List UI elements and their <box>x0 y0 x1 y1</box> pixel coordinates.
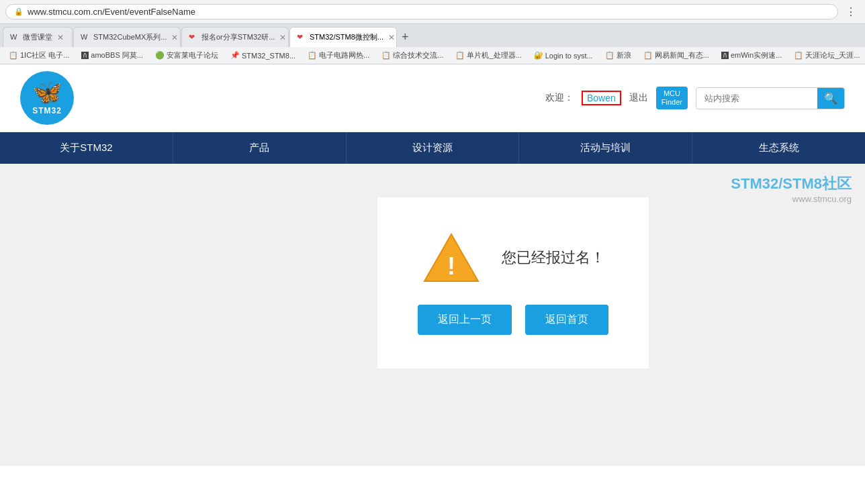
home-button[interactable]: 返回首页 <box>525 305 608 335</box>
website: 🦋 STM32 欢迎： Bowen 退出 MCU Finder 🔍 关于STM3… <box>0 64 865 466</box>
tab-close-active[interactable]: ✕ <box>387 33 396 42</box>
tab-favicon-baoming: ❤ <box>189 33 198 42</box>
nav-design[interactable]: 设计资源 <box>347 132 520 164</box>
nav-products[interactable]: 产品 <box>173 132 347 164</box>
site-logo: 🦋 STM32 <box>20 71 74 125</box>
main-area: STM32/STM8社区 www.stmcu.org ! 您已经报过名！ <box>0 164 865 466</box>
tabs-bar: W 微雪课堂 ✕ W STM32CubeMX系列... ✕ ❤ 报名or分享ST… <box>0 24 865 47</box>
tab-label-weixue: 微雪课堂 <box>23 32 52 42</box>
nav-about[interactable]: 关于STM32 <box>0 132 173 164</box>
tab-close-baoming[interactable]: ✕ <box>278 33 287 42</box>
tab-stm32active[interactable]: ❤ STM32/STM8微控制... ✕ <box>289 27 397 47</box>
butterfly-icon: 🦋 <box>32 81 62 105</box>
bookmark-amobbs[interactable]: 🅰 amoBBS 阿莫... <box>78 49 146 62</box>
site-header: 🦋 STM32 欢迎： Bowen 退出 MCU Finder 🔍 <box>0 64 865 132</box>
bookmark-tianya[interactable]: 📋 天涯论坛_天涯... <box>790 49 863 62</box>
svg-text:!: ! <box>447 252 455 280</box>
logo-circle: 🦋 STM32 <box>20 71 74 125</box>
bookmark-1ic[interactable]: 📋 1IC社区 电子... <box>5 49 73 62</box>
tab-label-baoming: 报名or分享STM32研... <box>201 32 275 42</box>
mcu-finder-line1: MCU <box>664 89 680 98</box>
warning-icon: ! <box>421 231 482 285</box>
mcu-finder-button[interactable]: MCU Finder <box>656 87 688 109</box>
tab-stm32cubemx[interactable]: W STM32CubeMX系列... ✕ <box>73 27 181 47</box>
logo-text: STM32 <box>32 106 62 115</box>
warning-message: 您已经报过名！ <box>502 248 605 268</box>
buttons-row: 返回上一页 返回首页 <box>418 305 608 335</box>
tab-close-stm32[interactable]: ✕ <box>170 33 179 42</box>
bookmark-anfule[interactable]: 🟢 安富莱电子论坛 <box>152 49 222 62</box>
lock-icon: 🔒 <box>14 7 24 16</box>
left-sidebar <box>0 164 161 466</box>
mcu-finder-line2: Finder <box>662 98 682 107</box>
browser-controls: ⋮ <box>842 4 860 19</box>
nav-events[interactable]: 活动与培训 <box>519 132 692 164</box>
bookmark-zonghe[interactable]: 📋 综合技术交流... <box>378 49 447 62</box>
warning-section: ! 您已经报过名！ <box>421 231 605 285</box>
watermark-url: www.stmcu.org <box>731 194 852 204</box>
bookmark-stm32[interactable]: 📌 STM32_STM8... <box>227 50 299 61</box>
tab-label-active: STM32/STM8微控制... <box>310 32 383 42</box>
tab-weixue[interactable]: W 微雪课堂 ✕ <box>3 27 73 47</box>
tab-add-button[interactable]: + <box>398 29 413 46</box>
bookmark-login[interactable]: 🔐 Login to syst... <box>531 50 596 61</box>
watermark-title: STM32/STM8社区 <box>731 174 852 194</box>
right-content: STM32/STM8社区 www.stmcu.org ! 您已经报过名！ <box>161 164 865 466</box>
browser-menu-btn[interactable]: ⋮ <box>842 4 860 19</box>
bookmark-dianzi[interactable]: 📋 电子电路网热... <box>304 49 373 62</box>
bookmark-wangyi[interactable]: 📋 网易新闻_有态... <box>640 49 713 62</box>
tab-baoming[interactable]: ❤ 报名or分享STM32研... ✕ <box>181 27 289 47</box>
tab-close-weixue[interactable]: ✕ <box>56 33 65 42</box>
tab-favicon-stm32: W <box>81 33 90 42</box>
header-right: 欢迎： Bowen 退出 MCU Finder 🔍 <box>545 87 845 109</box>
tab-label-stm32: STM32CubeMX系列... <box>93 32 167 42</box>
search-button[interactable]: 🔍 <box>817 88 844 109</box>
watermark: STM32/STM8社区 www.stmcu.org <box>731 174 852 204</box>
search-input[interactable] <box>696 90 817 107</box>
bookmark-danpianji[interactable]: 📋 单片机_处理器... <box>452 49 525 62</box>
nav-menu: 关于STM32 产品 设计资源 活动与培训 生态系统 <box>0 132 865 164</box>
search-bar: 🔍 <box>696 87 845 109</box>
warning-card: ! 您已经报过名！ 返回上一页 返回首页 <box>377 197 649 368</box>
address-bar[interactable]: 🔒 www.stmcu.com.cn/Event/eventFalseName <box>5 4 838 19</box>
bookmark-emwin[interactable]: 🅰 emWin实例速... <box>718 49 785 62</box>
bookmarks-bar: 📋 1IC社区 电子... 🅰 amoBBS 阿莫... 🟢 安富莱电子论坛 📌… <box>0 47 865 64</box>
username-badge[interactable]: Bowen <box>582 91 621 105</box>
nav-ecosystem[interactable]: 生态系统 <box>692 132 865 164</box>
bookmark-sina[interactable]: 📋 新浪 <box>602 49 635 62</box>
logout-button[interactable]: 退出 <box>629 92 648 104</box>
tab-favicon-weixue: W <box>10 33 19 42</box>
address-bar-row: 🔒 www.stmcu.com.cn/Event/eventFalseName … <box>0 0 865 24</box>
back-button[interactable]: 返回上一页 <box>418 305 512 335</box>
tab-favicon-active: ❤ <box>297 33 306 42</box>
address-text: www.stmcu.com.cn/Event/eventFalseName <box>28 7 195 17</box>
welcome-label: 欢迎： <box>545 92 574 104</box>
